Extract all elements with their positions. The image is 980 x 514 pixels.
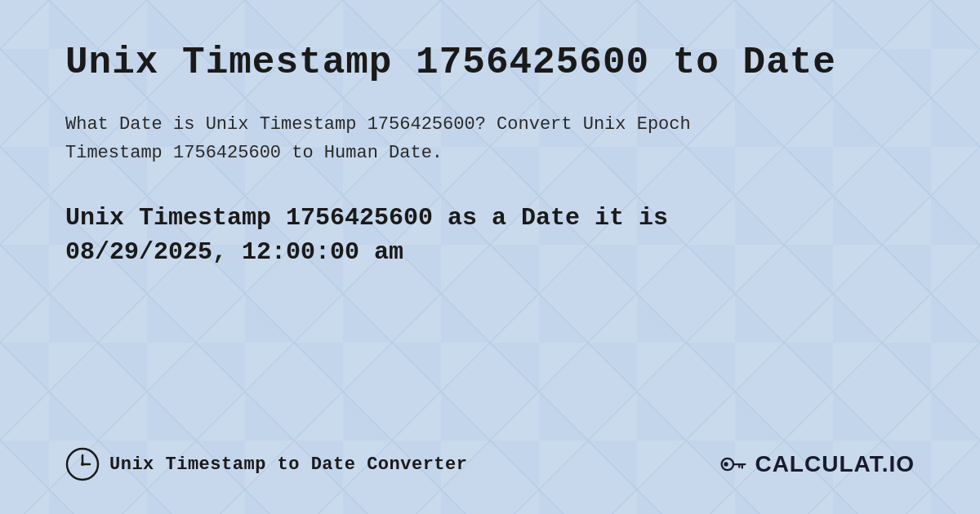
description-text: What Date is Unix Timestamp 1756425600? … [65, 110, 915, 167]
footer-label: Unix Timestamp to Date Converter [109, 454, 467, 475]
clock-icon [65, 447, 100, 481]
site-logo: CALCULAT.IO [719, 450, 915, 479]
result-text: Unix Timestamp 1756425600 as a Date it i… [65, 201, 915, 269]
svg-point-15 [724, 462, 728, 466]
svg-point-10 [81, 463, 84, 466]
footer: Unix Timestamp to Date Converter CALCULA… [65, 431, 915, 481]
logo-icon [719, 450, 748, 479]
page-title: Unix Timestamp 1756425600 to Date [65, 41, 915, 86]
footer-left: Unix Timestamp to Date Converter [65, 447, 467, 481]
result-section: Unix Timestamp 1756425600 as a Date it i… [65, 201, 915, 269]
logo-text: CALCULAT.IO [755, 451, 915, 477]
